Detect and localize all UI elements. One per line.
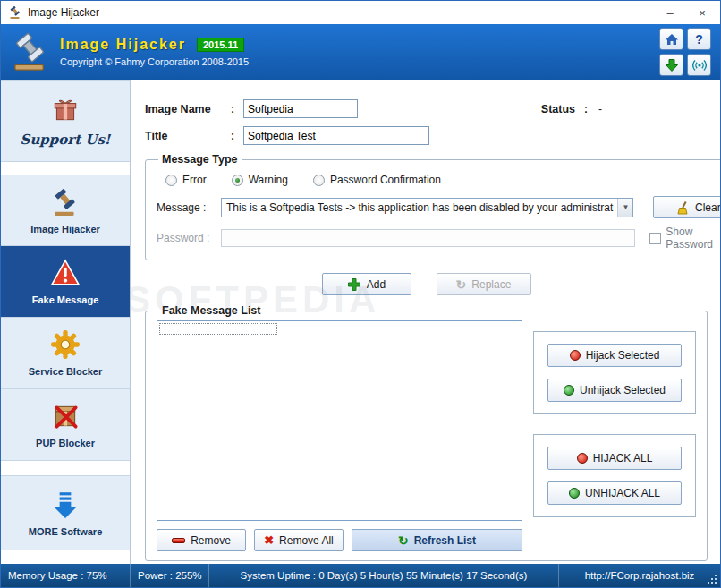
website-url: http://FCorp.rajahost.biz: [585, 570, 695, 581]
password-input[interactable]: [221, 229, 635, 247]
sidebar-item-service-blocker[interactable]: Service Blocker: [1, 318, 130, 389]
sidebar-item-label: Service Blocker: [29, 366, 103, 377]
sidebar-item-fake-message[interactable]: Fake Message: [1, 246, 130, 318]
title-bar: Image Hijacker – ×: [1, 1, 720, 24]
hijack-selected-button[interactable]: Hijack Selected: [547, 344, 682, 367]
minus-icon: [172, 538, 185, 543]
blocked-package-icon: [50, 401, 81, 431]
header-buttons: ?: [659, 28, 711, 76]
radio-error[interactable]: Error: [165, 174, 207, 186]
help-button[interactable]: ?: [687, 28, 711, 50]
image-name-label: Image Name: [145, 103, 231, 115]
warning-triangle-icon: [50, 258, 81, 288]
body-area: Support Us! Image Hijacker: [1, 80, 720, 564]
red-dot-icon: [577, 453, 588, 464]
radio-icon: [232, 175, 243, 186]
fake-message-list-fieldset: Fake Message List Remove ✖: [145, 304, 708, 561]
password-label: Password :: [157, 232, 216, 244]
show-password-checkbox[interactable]: Show Password: [649, 226, 720, 251]
fake-message-list-legend: Fake Message List: [158, 304, 264, 317]
signal-waves-icon: [692, 58, 707, 72]
uptime-status: System Uptime : 0 Day(s) 5 Hour(s) 55 Mi…: [209, 564, 559, 587]
title-row: Title :: [145, 126, 708, 145]
status-label: Status: [541, 103, 575, 115]
sidebar-item-more-software[interactable]: MORE Software: [1, 475, 130, 550]
radio-password-confirmation[interactable]: Password Confirmation: [313, 174, 441, 186]
password-row: Password : Show Password: [157, 226, 720, 251]
hijack-selected-label: Hijack Selected: [586, 349, 660, 362]
green-dot-icon: [569, 488, 580, 499]
update-button[interactable]: [659, 54, 683, 76]
status-group: Status : -: [541, 103, 602, 115]
app-window: Image Hijacker – × Image Hijacker 2015.1…: [0, 0, 721, 588]
unhijack-selected-button[interactable]: Unhijack Selected: [547, 379, 682, 402]
clear-button[interactable]: Clear: [653, 196, 720, 218]
memory-usage-status: Memory Usage : 75%: [1, 564, 131, 587]
remove-button-label: Remove: [191, 534, 231, 547]
gavel-icon: [50, 187, 81, 217]
gear-icon: [50, 329, 81, 360]
colon: :: [231, 103, 234, 115]
chevron-down-icon: ▼: [617, 199, 632, 217]
red-x-icon: ✖: [264, 533, 274, 547]
close-button[interactable]: ×: [686, 1, 718, 24]
sidebar: Support Us! Image Hijacker: [1, 80, 131, 564]
hijack-selected-group: Hijack Selected Unhijack Selected: [533, 331, 696, 414]
add-replace-row: Add ↻ Replace: [145, 273, 708, 295]
power-status: Power : 255%: [131, 564, 209, 587]
radio-label: Warning: [249, 174, 288, 186]
window-controls: – ×: [654, 1, 718, 24]
sidebar-item-pup-blocker[interactable]: PUP Blocker: [1, 389, 130, 461]
list-area: Remove ✖ Remove All ↻ Refresh List: [157, 320, 696, 551]
status-value: -: [598, 103, 602, 115]
gavel-icon: [8, 5, 22, 20]
header-text: Image Hijacker 2015.11 Copyright © Fahmy…: [60, 37, 249, 67]
hijack-all-label: HIJACK ALL: [593, 452, 653, 464]
gift-icon: [50, 95, 81, 125]
sidebar-nav: Image Hijacker Fake Message: [1, 175, 130, 461]
app-name: Image Hijacker: [60, 37, 186, 53]
message-type-legend: Message Type: [158, 153, 242, 166]
show-password-label: Show Password: [666, 226, 720, 251]
add-button[interactable]: Add: [322, 273, 411, 295]
radio-label: Password Confirmation: [330, 174, 441, 186]
home-button[interactable]: [659, 28, 683, 50]
message-type-fieldset: Message Type Error Warning Password Conf…: [145, 153, 720, 260]
sidebar-item-label: Fake Message: [32, 294, 99, 305]
remove-all-button-label: Remove All: [279, 534, 334, 547]
image-name-input[interactable]: [243, 99, 358, 118]
refresh-list-button[interactable]: ↻ Refresh List: [352, 529, 522, 551]
replace-button[interactable]: ↻ Replace: [437, 273, 531, 295]
replace-icon: ↻: [456, 277, 467, 292]
fake-message-listbox[interactable]: [157, 320, 522, 521]
minimize-button[interactable]: –: [654, 1, 686, 24]
unhijack-all-button[interactable]: UNHIJACK ALL: [547, 481, 682, 505]
connection-button[interactable]: [687, 54, 711, 76]
radio-warning[interactable]: Warning: [232, 174, 288, 186]
window-title: Image Hijacker: [28, 6, 99, 19]
download-arrow-icon: [665, 58, 679, 72]
title-input[interactable]: [243, 126, 429, 145]
green-dot-icon: [564, 385, 574, 396]
refresh-list-button-label: Refresh List: [414, 534, 476, 547]
support-us-label: Support Us!: [21, 132, 111, 148]
hijack-all-group: HIJACK ALL UNHIJACK ALL: [533, 434, 696, 517]
replace-button-label: Replace: [471, 278, 511, 291]
unhijack-all-label: UNHIJACK ALL: [585, 487, 660, 499]
message-dropdown[interactable]: This is a Softpedia Tests -> this applic…: [221, 198, 633, 217]
copyright-text: Copyright © Fahmy Corporation 2008-2015: [60, 56, 249, 67]
clear-button-label: Clear: [695, 201, 720, 214]
app-header: Image Hijacker 2015.11 Copyright © Fahmy…: [1, 24, 720, 80]
help-icon: ?: [695, 32, 703, 47]
website-link[interactable]: http://FCorp.rajahost.biz: [559, 564, 720, 587]
list-left: Remove ✖ Remove All ↻ Refresh List: [157, 320, 522, 551]
resize-grip[interactable]: [715, 582, 717, 584]
message-label: Message :: [157, 201, 216, 214]
sidebar-item-image-hijacker[interactable]: Image Hijacker: [1, 175, 130, 246]
sidebar-item-label: PUP Blocker: [36, 438, 95, 448]
remove-all-button[interactable]: ✖ Remove All: [254, 529, 344, 551]
support-us-button[interactable]: Support Us!: [1, 80, 130, 162]
remove-button[interactable]: Remove: [157, 529, 246, 551]
hijack-all-button[interactable]: HIJACK ALL: [547, 447, 682, 470]
image-name-row: Image Name : Status : -: [145, 99, 708, 118]
